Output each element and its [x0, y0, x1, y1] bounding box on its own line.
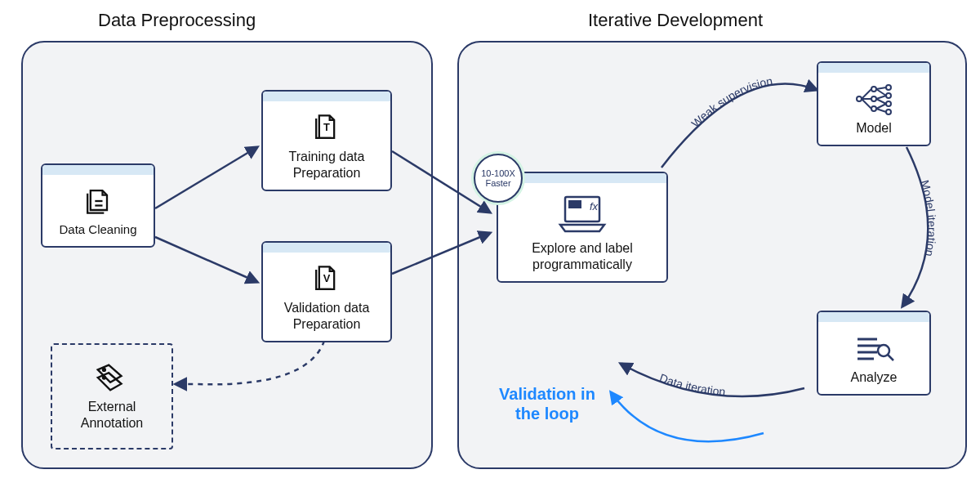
svg-line-31 — [876, 104, 886, 109]
svg-point-37 — [878, 345, 889, 356]
svg-line-30 — [876, 99, 886, 104]
card-analyze: Analyze — [817, 311, 931, 396]
card-data-cleaning: Data Cleaning — [41, 163, 155, 248]
card-model: Model — [817, 61, 931, 146]
card-explore: fx Explore and label programmatically — [497, 172, 668, 283]
card-label-validation-prep: Validation data Preparation — [263, 298, 390, 341]
neural-network-icon — [818, 79, 929, 119]
document-t-icon: T — [263, 108, 390, 147]
svg-point-21 — [886, 93, 891, 98]
svg-text:fx: fx — [590, 200, 599, 212]
card-label-training-prep: Training data Preparation — [263, 147, 390, 190]
section-title-iterative: Iterative Development — [588, 10, 763, 31]
svg-line-24 — [862, 89, 871, 99]
document-v-icon: V — [263, 259, 390, 298]
tags-icon — [52, 358, 172, 397]
card-label-data-cleaning: Data Cleaning — [42, 221, 154, 246]
svg-point-12 — [103, 377, 105, 379]
card-training-prep: T Training data Preparation — [261, 90, 392, 191]
svg-text:V: V — [323, 272, 331, 284]
card-label-analyze: Analyze — [818, 368, 929, 394]
validation-loop-text: Validation in the loop — [482, 384, 612, 423]
card-label-explore: Explore and label programmatically — [498, 239, 666, 281]
card-label-external-annotation: External Annotation — [52, 397, 172, 440]
section-title-preprocessing: Data Preprocessing — [98, 10, 256, 31]
svg-point-20 — [886, 85, 891, 90]
svg-rect-14 — [568, 200, 581, 208]
card-external-annotation: External Annotation — [51, 343, 173, 449]
card-label-model: Model — [818, 119, 929, 145]
svg-line-28 — [876, 89, 886, 96]
card-validation-prep: V Validation data Preparation — [261, 241, 392, 342]
svg-point-16 — [857, 96, 862, 101]
diagram-canvas: Data Preprocessing Iterative Development — [0, 0, 980, 483]
badge-line2: Faster — [485, 178, 510, 188]
svg-point-18 — [871, 96, 876, 101]
svg-line-26 — [862, 99, 871, 109]
svg-text:T: T — [323, 121, 330, 133]
analyze-icon — [818, 329, 929, 368]
svg-point-11 — [103, 369, 105, 371]
badge-faster: 10-100X Faster — [474, 154, 523, 203]
laptop-fx-icon: fx — [498, 190, 666, 239]
svg-line-29 — [876, 96, 886, 99]
svg-point-22 — [886, 101, 891, 106]
svg-line-32 — [876, 109, 886, 112]
svg-point-23 — [886, 110, 891, 114]
document-stack-icon — [42, 181, 154, 221]
badge-line1: 10-100X — [481, 168, 515, 178]
svg-line-38 — [888, 355, 893, 360]
svg-point-19 — [871, 106, 876, 111]
svg-point-17 — [871, 87, 876, 92]
svg-line-27 — [876, 87, 886, 89]
